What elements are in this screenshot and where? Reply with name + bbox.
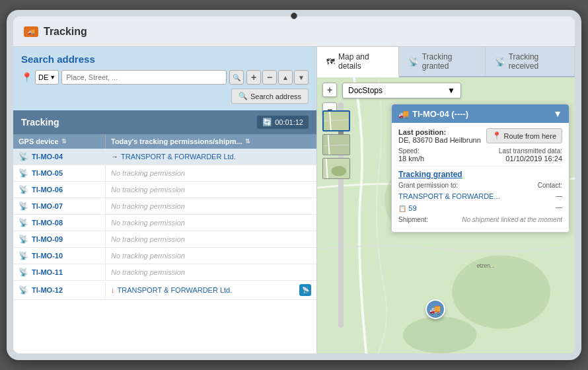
row-device-4: 📡 TI-MO-08 — [13, 215, 106, 231]
table-header: GPS device ⇅ Today's tracking permission… — [13, 134, 316, 149]
speed-block: Speed: 18 km/h — [398, 147, 424, 163]
badge-icon-8: 📡 — [302, 287, 309, 293]
tab-tracking-received[interactable]: 📡 Tracking received — [486, 47, 575, 76]
tab-map-icon: 🗺 — [326, 57, 335, 67]
info-card-header: 🚚 TI-MO-04 (----) ▼ — [392, 104, 569, 123]
col-device-header: GPS device ⇅ — [13, 134, 106, 149]
device-name-2: TI-MO-06 — [32, 186, 63, 194]
main-content: Search address 📍 DE ▼ 🔍 + − ▲ — [13, 47, 575, 353]
table-row[interactable]: 📡 TI-MO-11 No tracking permission — [13, 264, 316, 281]
left-panel: Search address 📍 DE ▼ 🔍 + − ▲ — [13, 47, 317, 353]
sort-tracking-icon[interactable]: ⇅ — [245, 138, 250, 145]
app-icon: 🚚 — [24, 26, 38, 37]
zoom-up-btn[interactable]: ▲ — [278, 70, 293, 85]
device-name-3: TI-MO-07 — [32, 202, 63, 210]
country-chevron: ▼ — [50, 74, 55, 81]
tab-map-details[interactable]: 🗺 Map and details — [317, 47, 399, 77]
table-row[interactable]: 📡 TI-MO-07 No tracking permission — [13, 198, 316, 215]
thumb-inner-1 — [324, 112, 349, 130]
tab-granted-label: Tracking granted — [422, 52, 476, 71]
row-device-0: 📡 TI-MO-04 — [13, 149, 106, 165]
tracking-header: Tracking 🔄 00:01:12 — [13, 110, 316, 134]
camera-dot — [291, 13, 297, 19]
row-device-2: 📡 TI-MO-06 — [13, 182, 106, 198]
device-name-7: TI-MO-11 — [32, 268, 63, 276]
table-row[interactable]: 📡 TI-MO-04 → TRANSPORT & FORWARDER Ltd. — [13, 149, 316, 165]
last-position-label: Last position: — [398, 128, 481, 136]
no-permission-7: No tracking permission — [111, 268, 185, 276]
row-tracking-4: No tracking permission — [106, 215, 316, 230]
timer-badge: 🔄 00:01:12 — [257, 116, 309, 129]
contact-label: Contact: — [538, 182, 562, 189]
info-position-row: Last position: DE, 83670 Bad Heilbrunn 📍… — [398, 128, 562, 144]
table-row[interactable]: 📡 TI-MO-05 No tracking permission — [13, 165, 316, 182]
map-zoom-plus[interactable]: + — [322, 83, 337, 97]
info-divider — [398, 166, 562, 166]
device-icon-2: 📡 — [18, 185, 28, 194]
search-section: Search address 📍 DE ▼ 🔍 + − ▲ — [13, 47, 316, 110]
search-address-button[interactable]: 🔍 Search address — [231, 89, 309, 104]
row-tracking-0: → TRANSPORT & FORWARDER Ltd. — [106, 149, 316, 164]
timer-icon: 🔄 — [262, 118, 272, 127]
arrow-icon-8: ↓ — [111, 286, 115, 294]
tracking-badge-8: 📡 — [299, 284, 311, 296]
route-label: Route from here — [504, 132, 556, 140]
search-magnify-icon[interactable]: 🔍 — [229, 70, 244, 85]
shipment-label: Shipment: — [398, 216, 428, 223]
row-tracking-5: No tracking permission — [106, 232, 316, 246]
svg-point-2 — [403, 316, 476, 353]
country-select[interactable]: DE ▼ — [35, 70, 59, 85]
device-icon-6: 📡 — [18, 251, 28, 260]
sort-device-icon[interactable]: ⇅ — [61, 138, 67, 145]
transport-id-link[interactable]: 59 — [408, 204, 416, 212]
map-dropdown-value: DocStops — [348, 86, 383, 95]
no-permission-4: No tracking permission — [111, 219, 185, 227]
svg-point-1 — [452, 255, 550, 328]
row-tracking-6: No tracking permission — [106, 248, 316, 263]
map-thumb-1[interactable] — [322, 110, 350, 131]
svg-point-12 — [331, 166, 346, 176]
device-icon-1: 📡 — [18, 168, 28, 178]
route-from-here-button[interactable]: 📍 Route from here — [486, 128, 562, 143]
table-row[interactable]: 📡 TI-MO-06 No tracking permission — [13, 182, 316, 198]
zoom-minus-btn[interactable]: − — [262, 70, 277, 85]
transport-link-0[interactable]: TRANSPORT & FORWARDER Ltd. — [121, 153, 236, 161]
svg-text:etzen...: etzen... — [476, 262, 494, 269]
transport-link-8[interactable]: TRANSPORT & FORWARDER Ltd. — [118, 286, 233, 294]
location-icon: 📍 — [21, 72, 32, 83]
map-thumb-2[interactable] — [322, 134, 350, 155]
device-name-1: TI-MO-05 — [32, 169, 63, 177]
info-chevron-icon[interactable]: ▼ — [553, 108, 562, 119]
device-name-5: TI-MO-09 — [32, 235, 63, 243]
zoom-plus-btn[interactable]: + — [246, 70, 261, 85]
tracking-section: Tracking 🔄 00:01:12 GPS device ⇅ Today's… — [13, 110, 316, 353]
map-dropdown-button[interactable]: DocStops ▼ — [342, 83, 461, 98]
row-tracking-7: No tracking permission — [106, 265, 316, 279]
country-value: DE — [38, 73, 48, 81]
speed-label: Speed: — [398, 147, 424, 155]
tab-tracking-granted[interactable]: 📡 Tracking granted — [399, 47, 486, 76]
info-body: Last position: DE, 83670 Bad Heilbrunn 📍… — [392, 123, 569, 232]
map-thumb-3[interactable] — [322, 158, 350, 179]
table-row[interactable]: 📡 TI-MO-08 No tracking permission — [13, 215, 316, 231]
device-name-4: TI-MO-08 — [32, 219, 63, 227]
row-tracking-3: No tracking permission — [106, 199, 316, 213]
row-tracking-8: ↓ TRANSPORT & FORWARDER Ltd. 📡 — [106, 281, 316, 299]
table-row[interactable]: 📡 TI-MO-10 No tracking permission — [13, 248, 316, 264]
info-grant-row: Grant permission to: Contact: — [398, 182, 562, 189]
zoom-down-btn[interactable]: ▼ — [294, 70, 309, 85]
tracking-granted-link[interactable]: Tracking granted — [398, 170, 562, 179]
info-card-title: 🚚 TI-MO-04 (----) — [398, 109, 468, 119]
last-position-value: DE, 83670 Bad Heilbrunn — [398, 136, 481, 144]
search-input[interactable] — [61, 70, 227, 85]
no-permission-3: No tracking permission — [111, 202, 185, 210]
no-permission-1: No tracking permission — [111, 169, 185, 177]
table-row[interactable]: 📡 TI-MO-12 ↓ TRANSPORT & FORWARDER Ltd. … — [13, 281, 316, 300]
table-row[interactable]: 📡 TI-MO-09 No tracking permission — [13, 231, 316, 248]
row-tracking-1: No tracking permission — [106, 166, 316, 180]
info-title-text: TI-MO-04 (----) — [412, 109, 468, 119]
transport-forwarder-link[interactable]: TRANSPORT & FORWARDE... — [398, 192, 500, 200]
col-tracking-header: Today's tracking permissions/shipm... ⇅ — [106, 134, 316, 149]
transport-id-value: 59 — [408, 204, 416, 212]
device-icon-8: 📡 — [18, 285, 28, 295]
